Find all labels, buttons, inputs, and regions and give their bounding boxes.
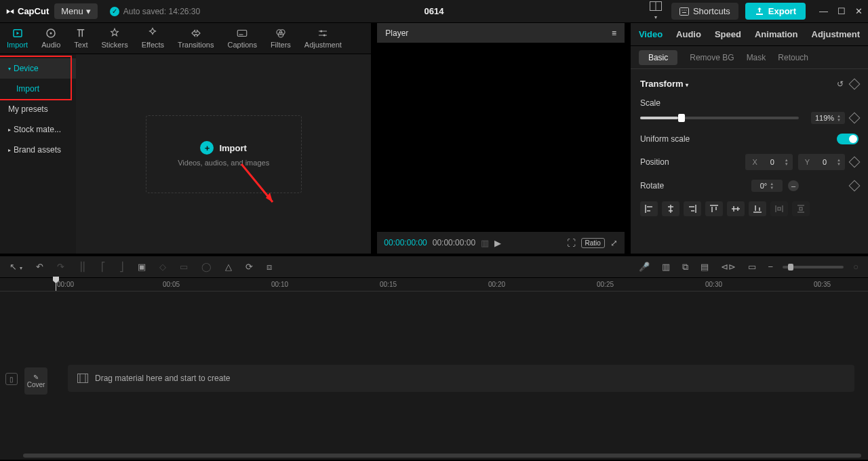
- pointer-tool-icon[interactable]: ↖ ▾: [7, 259, 25, 275]
- rotate-input[interactable]: 0°▲▼: [751, 180, 783, 192]
- sidebar-item-presets[interactable]: My presets: [0, 99, 76, 119]
- layout-button[interactable]: ▾: [647, 0, 665, 24]
- position-y-input[interactable]: Y▲▼: [798, 154, 845, 170]
- scan-icon[interactable]: ⛶: [567, 238, 576, 248]
- effects-icon: [146, 27, 159, 39]
- compare-icon[interactable]: ▥: [481, 238, 489, 248]
- cover-button[interactable]: ✎ Cover: [24, 367, 47, 395]
- media-panel: Import Audio Text Stickers Effects Trans…: [0, 23, 372, 254]
- shortcuts-button[interactable]: Shortcuts: [671, 3, 738, 20]
- ruler-tick: 00:35: [814, 281, 831, 288]
- rotate-icon[interactable]: ⟳: [243, 259, 256, 275]
- link-icon[interactable]: ⧉: [679, 259, 691, 275]
- minimize-button[interactable]: —: [819, 6, 828, 16]
- split-icon[interactable]: ⎥⎢: [75, 259, 90, 275]
- close-button[interactable]: ✕: [855, 6, 863, 16]
- tab-adjustment[interactable]: Adjustment: [298, 23, 349, 54]
- inspector-tab-animation[interactable]: Animation: [755, 29, 798, 39]
- keyframe-icon[interactable]: [849, 78, 861, 89]
- chevron-down-icon: ▾: [86, 6, 91, 16]
- snap-icon[interactable]: ⊲⊳: [718, 259, 738, 275]
- timeline-drop-hint[interactable]: Drag material here and start to create: [68, 365, 854, 392]
- ruler-tick: 00:15: [380, 281, 397, 288]
- reset-icon[interactable]: ↺: [837, 79, 844, 89]
- tab-effects[interactable]: Effects: [135, 23, 171, 54]
- sidebar-item-brand[interactable]: ▸Brand assets: [0, 140, 76, 160]
- sidebar-item-device[interactable]: ▾Device: [0, 58, 76, 79]
- scale-slider[interactable]: [640, 117, 799, 119]
- magnet-icon[interactable]: ▤: [698, 259, 711, 275]
- preview-icon[interactable]: ▭: [745, 259, 759, 275]
- keyframe-icon[interactable]: [849, 157, 861, 168]
- chevron-down-icon: ▾: [8, 66, 11, 72]
- subtab-retouch[interactable]: Retouch: [778, 53, 808, 62]
- layout-icon: [650, 1, 662, 11]
- zoom-in-icon[interactable]: ○: [850, 259, 861, 275]
- magnet-main-icon[interactable]: ▥: [659, 259, 673, 275]
- crop-tool-icon[interactable]: ▣: [135, 259, 149, 275]
- record-icon[interactable]: ◯: [199, 259, 214, 275]
- uniform-scale-label: Uniform scale: [640, 134, 690, 144]
- keyframe-icon[interactable]: [849, 180, 861, 192]
- zoom-out-icon[interactable]: −: [766, 259, 776, 275]
- inspector-tab-video[interactable]: Video: [639, 29, 663, 39]
- playhead[interactable]: [56, 278, 56, 291]
- app-logo: CapCut: [5, 6, 49, 16]
- distribute-h-icon[interactable]: [770, 201, 788, 216]
- play-button[interactable]: ▶: [494, 238, 501, 248]
- align-top-icon[interactable]: [705, 201, 723, 216]
- svg-point-3: [682, 9, 682, 10]
- group-icon[interactable]: ▭: [177, 259, 191, 275]
- crop-icon[interactable]: ⧈: [264, 259, 275, 275]
- maximize-button[interactable]: ☐: [837, 6, 846, 16]
- timeline-ruler[interactable]: 00:00 00:05 00:10 00:15 00:20 00:25 00:3…: [0, 278, 868, 292]
- align-left-icon[interactable]: [640, 201, 658, 216]
- expand-tracks-button[interactable]: ▯: [5, 373, 18, 385]
- export-button[interactable]: Export: [745, 3, 806, 20]
- inspector-tab-speed[interactable]: Speed: [715, 29, 741, 39]
- tab-filters[interactable]: Filters: [264, 23, 298, 54]
- delete-right-icon[interactable]: ⎦: [117, 259, 127, 275]
- chevron-right-icon: ▸: [8, 147, 11, 153]
- tab-import[interactable]: Import: [0, 23, 35, 54]
- keyframe-icon[interactable]: [849, 113, 861, 124]
- align-center-v-icon[interactable]: [727, 201, 745, 216]
- align-center-h-icon[interactable]: [662, 201, 679, 216]
- tab-audio[interactable]: Audio: [35, 23, 67, 54]
- import-dropzone[interactable]: + Import Videos, audios, and images: [146, 115, 302, 193]
- player-viewport[interactable]: [377, 43, 625, 232]
- tab-transitions[interactable]: Transitions: [171, 23, 220, 54]
- sidebar-item-stock[interactable]: ▸Stock mate...: [0, 119, 76, 140]
- inspector-tab-audio[interactable]: Audio: [676, 29, 701, 39]
- subtab-mask[interactable]: Mask: [747, 53, 766, 62]
- autosave-status: ✓ Auto saved: 14:26:30: [110, 7, 200, 16]
- position-x-input[interactable]: X▲▼: [745, 154, 792, 170]
- marker-icon[interactable]: ◇: [157, 259, 169, 275]
- align-right-icon[interactable]: [684, 201, 701, 216]
- align-toolbar: [640, 201, 859, 216]
- player-menu-icon[interactable]: ≡: [612, 28, 616, 38]
- scale-value[interactable]: 119%▲▼: [811, 112, 845, 124]
- menu-button[interactable]: Menu ▾: [54, 3, 98, 19]
- timeline-scrollbar[interactable]: [0, 452, 868, 460]
- uniform-scale-toggle[interactable]: [837, 134, 859, 144]
- ratio-button[interactable]: Ratio: [581, 238, 605, 248]
- distribute-v-icon[interactable]: [792, 201, 810, 216]
- align-bottom-icon[interactable]: [749, 201, 766, 216]
- subtab-basic[interactable]: Basic: [639, 50, 677, 65]
- redo-icon[interactable]: ↷: [54, 259, 67, 275]
- rotate-dial-icon[interactable]: –: [788, 180, 799, 191]
- zoom-slider[interactable]: [783, 266, 844, 268]
- tab-stickers[interactable]: Stickers: [95, 23, 135, 54]
- fullscreen-icon[interactable]: ⤢: [610, 238, 618, 248]
- timeline-body[interactable]: ▯ ✎ Cover Drag material here and start t…: [0, 292, 868, 452]
- undo-icon[interactable]: ↶: [33, 259, 46, 275]
- tab-text[interactable]: Text: [67, 23, 94, 54]
- subtab-removebg[interactable]: Remove BG: [690, 53, 734, 62]
- mirror-icon[interactable]: △: [222, 259, 235, 275]
- sidebar-item-import[interactable]: Import: [0, 79, 76, 99]
- mic-icon[interactable]: 🎤: [636, 259, 652, 275]
- delete-left-icon[interactable]: ⎡: [98, 259, 108, 275]
- inspector-tab-adjustment[interactable]: Adjustment: [812, 29, 861, 39]
- tab-captions[interactable]: Captions: [220, 23, 263, 54]
